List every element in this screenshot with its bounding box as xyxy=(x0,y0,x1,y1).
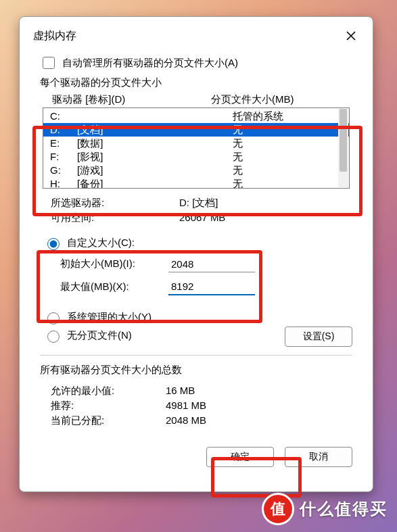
no-paging-radio[interactable] xyxy=(47,331,60,343)
system-managed-label: 系统管理的大小(Y) xyxy=(67,311,151,324)
drive-label: [游戏] xyxy=(77,164,233,177)
max-size-label: 最大值(MB)(X): xyxy=(60,281,168,293)
drive-label: [数据] xyxy=(77,137,233,150)
drive-row[interactable]: E:[数据]无 xyxy=(43,137,349,150)
drive-label: [文档] xyxy=(77,123,233,137)
header-size: 分页文件大小(MB) xyxy=(211,93,294,106)
currently-allocated-value: 2048 MB xyxy=(166,413,206,428)
watermark: 值 什么值得买 xyxy=(252,486,397,532)
drive-pagefile-size: 无 xyxy=(233,137,342,150)
set-button[interactable]: 设置(S) xyxy=(285,327,352,347)
custom-size-block: 自定义大小(C): 初始大小(MB)(I): 最大值(MB)(X): xyxy=(40,228,352,306)
drive-list-header: 驱动器 [卷标](D) 分页文件大小(MB) xyxy=(40,93,352,106)
drive-label: [影视] xyxy=(77,150,233,164)
scrollbar-thumb[interactable] xyxy=(340,109,347,172)
available-space-value: 26067 MB xyxy=(179,210,225,225)
dialog-title: 虚拟内存 xyxy=(33,29,76,43)
header-drive: 驱动器 [卷标](D) xyxy=(52,93,211,106)
drive-letter: H: xyxy=(50,177,77,189)
selected-drive-info: 所选驱动器: D: [文档] 可用空间: 26067 MB xyxy=(51,195,352,225)
ok-button[interactable]: 确定 xyxy=(206,447,274,467)
min-allowed-value: 16 MB xyxy=(166,383,195,398)
selected-drive-label: 所选驱动器: xyxy=(51,195,179,210)
scrollbar[interactable] xyxy=(338,109,348,187)
summary-block: 所有驱动器分页文件大小的总数 允许的最小值: 16 MB 推荐: 4981 MB… xyxy=(40,364,352,428)
dialog-body: 自动管理所有驱动器的分页文件大小(A) 每个驱动器的分页文件大小 驱动器 [卷标… xyxy=(20,55,373,481)
per-drive-group-label: 每个驱动器的分页文件大小 xyxy=(40,76,352,89)
currently-allocated-label: 当前已分配: xyxy=(51,413,166,428)
drive-label xyxy=(77,110,233,123)
drive-letter: F: xyxy=(50,150,77,164)
drive-row[interactable]: F:[影视]无 xyxy=(43,150,349,164)
divider xyxy=(40,355,352,356)
system-managed-radio[interactable] xyxy=(47,312,60,324)
custom-size-radio[interactable] xyxy=(47,238,60,250)
drive-row[interactable]: C:托管的系统 xyxy=(43,110,349,123)
drive-pagefile-size: 无 xyxy=(233,177,342,189)
dialog-footer: 确定 取消 xyxy=(40,447,352,467)
cancel-button[interactable]: 取消 xyxy=(285,447,352,467)
drive-listbox[interactable]: C:托管的系统D:[文档]无E:[数据]无F:[影视]无G:[游戏]无H:[备份… xyxy=(43,107,350,189)
drive-pagefile-size: 无 xyxy=(233,123,342,137)
no-paging-label: 无分页文件(N) xyxy=(67,329,132,342)
recommended-label: 推荐: xyxy=(51,398,166,413)
drive-pagefile-size: 无 xyxy=(233,150,342,164)
drive-letter: C: xyxy=(50,110,77,123)
auto-manage-label: 自动管理所有驱动器的分页文件大小(A) xyxy=(62,57,238,70)
initial-size-label: 初始大小(MB)(I): xyxy=(60,258,168,270)
drive-pagefile-size: 托管的系统 xyxy=(233,110,342,123)
min-allowed-label: 允许的最小值: xyxy=(51,383,166,398)
drive-letter: D: xyxy=(50,123,77,137)
drive-pagefile-size: 无 xyxy=(233,164,342,177)
custom-size-row[interactable]: 自定义大小(C): xyxy=(44,236,348,250)
drive-label: [备份] xyxy=(77,177,233,189)
selected-drive-value: D: [文档] xyxy=(179,195,218,210)
auto-manage-checkbox[interactable] xyxy=(43,57,55,69)
virtual-memory-dialog: 虚拟内存 自动管理所有驱动器的分页文件大小(A) 每个驱动器的分页文件大小 驱动… xyxy=(19,16,373,492)
system-managed-row[interactable]: 系统管理的大小(Y) xyxy=(44,310,352,324)
watermark-badge-icon: 值 xyxy=(262,493,294,525)
initial-size-input[interactable] xyxy=(168,256,255,272)
auto-manage-row[interactable]: 自动管理所有驱动器的分页文件大小(A) xyxy=(40,55,352,71)
recommended-value: 4981 MB xyxy=(166,398,206,413)
summary-title: 所有驱动器分页文件大小的总数 xyxy=(40,364,352,377)
max-size-input[interactable] xyxy=(168,278,255,295)
drive-letter: G: xyxy=(50,164,77,177)
close-icon xyxy=(346,30,356,41)
available-space-label: 可用空间: xyxy=(51,210,179,225)
drive-row[interactable]: H:[备份]无 xyxy=(43,177,349,189)
custom-size-label: 自定义大小(C): xyxy=(67,237,135,249)
drive-row[interactable]: D:[文档]无 xyxy=(43,123,349,137)
watermark-text: 什么值得买 xyxy=(300,498,388,520)
drive-row[interactable]: G:[游戏]无 xyxy=(43,164,349,177)
drive-list-wrap: C:托管的系统D:[文档]无E:[数据]无F:[影视]无G:[游戏]无H:[备份… xyxy=(40,107,352,189)
close-button[interactable] xyxy=(343,28,359,44)
titlebar: 虚拟内存 xyxy=(20,17,373,51)
drive-letter: E: xyxy=(50,137,77,150)
